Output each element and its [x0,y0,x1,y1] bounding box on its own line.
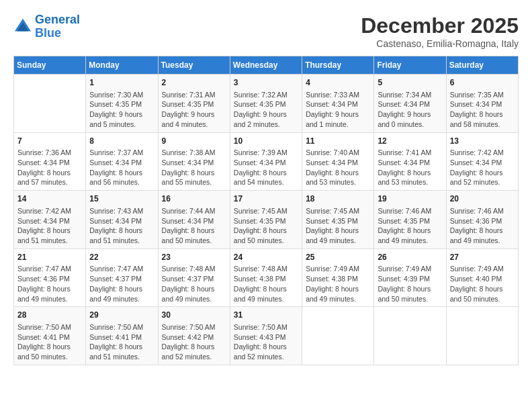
calendar-cell [446,307,518,365]
calendar-cell: 8 Sunrise: 7:37 AM Sunset: 4:34 PM Dayli… [86,132,158,191]
calendar-cell: 31 Sunrise: 7:50 AM Sunset: 4:43 PM Dayl… [230,307,302,365]
sunset-text: Sunset: 4:34 PM [234,158,286,167]
calendar-cell: 23 Sunrise: 7:48 AM Sunset: 4:37 PM Dayl… [158,248,230,307]
weekday-header: Tuesday [158,56,230,75]
sunrise-text: Sunrise: 7:44 AM [162,207,216,215]
sunset-text: Sunset: 4:34 PM [450,158,502,167]
sunrise-text: Sunrise: 7:50 AM [17,323,71,331]
logo-line1: General [35,13,80,26]
day-number: 28 [17,310,82,321]
sunset-text: Sunset: 4:34 PM [89,217,142,225]
day-number: 21 [17,252,82,263]
sunrise-text: Sunrise: 7:41 AM [378,148,431,156]
logo-icon [13,17,32,36]
day-number: 7 [17,136,82,147]
calendar-cell: 7 Sunrise: 7:36 AM Sunset: 4:34 PM Dayli… [14,132,86,191]
sunset-text: Sunset: 4:38 PM [306,275,358,283]
day-number: 16 [162,193,226,205]
calendar-week-row: 14 Sunrise: 7:42 AM Sunset: 4:34 PM Dayl… [14,191,519,249]
daylight-text: Daylight: 8 hours and 52 minutes. [234,342,287,361]
weekday-header: Wednesday [230,56,302,75]
weekday-header: Sunday [14,56,86,75]
day-number: 12 [378,136,442,147]
sunrise-text: Sunrise: 7:49 AM [306,265,359,273]
subtitle: Castenaso, Emilia-Romagna, Italy [361,38,519,49]
calendar-cell: 17 Sunrise: 7:45 AM Sunset: 4:35 PM Dayl… [230,191,302,249]
sunrise-text: Sunrise: 7:30 AM [89,91,143,99]
day-number: 5 [378,77,442,89]
day-number: 29 [89,310,154,321]
month-title: December 2025 [361,13,519,38]
calendar-cell: 19 Sunrise: 7:46 AM Sunset: 4:35 PM Dayl… [374,191,446,249]
sunrise-text: Sunrise: 7:32 AM [234,91,287,99]
day-number: 4 [306,77,370,89]
daylight-text: Daylight: 9 hours and 0 minutes. [378,110,431,128]
day-number: 8 [89,136,154,147]
sunrise-text: Sunrise: 7:46 AM [450,207,504,215]
weekday-header-row: SundayMondayTuesdayWednesdayThursdayFrid… [14,56,519,75]
sunset-text: Sunset: 4:42 PM [162,333,214,341]
logo: General Blue [13,13,80,40]
day-number: 17 [234,193,298,205]
calendar-week-row: 7 Sunrise: 7:36 AM Sunset: 4:34 PM Dayli… [14,132,519,191]
sunset-text: Sunset: 4:34 PM [162,217,214,225]
calendar-cell: 5 Sunrise: 7:34 AM Sunset: 4:34 PM Dayli… [374,75,446,133]
daylight-text: Daylight: 8 hours and 49 minutes. [234,285,287,303]
daylight-text: Daylight: 8 hours and 53 minutes. [306,169,359,187]
sunset-text: Sunset: 4:34 PM [89,158,142,167]
day-number: 10 [234,136,298,147]
calendar-cell: 2 Sunrise: 7:31 AM Sunset: 4:35 PM Dayli… [158,75,230,133]
day-number: 31 [234,310,298,321]
calendar-cell: 12 Sunrise: 7:41 AM Sunset: 4:34 PM Dayl… [374,132,446,191]
daylight-text: Daylight: 8 hours and 55 minutes. [162,169,215,187]
sunrise-text: Sunrise: 7:48 AM [234,265,287,273]
weekday-header: Monday [86,56,158,75]
calendar-cell: 30 Sunrise: 7:50 AM Sunset: 4:42 PM Dayl… [158,307,230,365]
title-block: December 2025 Castenaso, Emilia-Romagna,… [361,13,519,49]
sunset-text: Sunset: 4:34 PM [378,158,430,167]
sunset-text: Sunset: 4:35 PM [306,217,358,225]
calendar-cell: 6 Sunrise: 7:35 AM Sunset: 4:34 PM Dayli… [446,75,518,133]
day-number: 11 [306,136,370,147]
sunrise-text: Sunrise: 7:49 AM [450,265,504,273]
calendar-cell [374,307,446,365]
sunset-text: Sunset: 4:34 PM [450,100,502,108]
calendar-cell: 18 Sunrise: 7:45 AM Sunset: 4:35 PM Dayl… [302,191,374,249]
sunrise-text: Sunrise: 7:37 AM [89,148,143,156]
daylight-text: Daylight: 8 hours and 57 minutes. [17,169,71,187]
daylight-text: Daylight: 8 hours and 49 minutes. [306,285,359,303]
calendar-week-row: 28 Sunrise: 7:50 AM Sunset: 4:41 PM Dayl… [14,307,519,365]
sunset-text: Sunset: 4:41 PM [17,333,70,341]
calendar-cell: 1 Sunrise: 7:30 AM Sunset: 4:35 PM Dayli… [86,75,158,133]
sunset-text: Sunset: 4:37 PM [162,275,214,283]
daylight-text: Daylight: 8 hours and 50 minutes. [162,226,215,244]
sunset-text: Sunset: 4:35 PM [162,100,214,108]
day-number: 23 [162,252,226,263]
sunrise-text: Sunrise: 7:36 AM [17,148,71,156]
sunrise-text: Sunrise: 7:42 AM [450,148,504,156]
sunset-text: Sunset: 4:35 PM [234,100,286,108]
daylight-text: Daylight: 8 hours and 58 minutes. [450,110,503,128]
sunset-text: Sunset: 4:34 PM [306,158,358,167]
calendar-cell: 27 Sunrise: 7:49 AM Sunset: 4:40 PM Dayl… [446,248,518,307]
daylight-text: Daylight: 8 hours and 53 minutes. [378,169,431,187]
calendar-cell: 15 Sunrise: 7:43 AM Sunset: 4:34 PM Dayl… [86,191,158,249]
daylight-text: Daylight: 8 hours and 49 minutes. [162,285,215,303]
weekday-header: Friday [374,56,446,75]
day-number: 1 [89,77,154,89]
sunrise-text: Sunrise: 7:48 AM [162,265,216,273]
sunset-text: Sunset: 4:41 PM [89,333,142,341]
calendar-cell: 22 Sunrise: 7:47 AM Sunset: 4:37 PM Dayl… [86,248,158,307]
daylight-text: Daylight: 8 hours and 51 minutes. [17,226,71,244]
weekday-header: Thursday [302,56,374,75]
day-number: 18 [306,193,370,205]
daylight-text: Daylight: 8 hours and 49 minutes. [306,226,359,244]
day-number: 24 [234,252,298,263]
calendar-cell: 10 Sunrise: 7:39 AM Sunset: 4:34 PM Dayl… [230,132,302,191]
daylight-text: Daylight: 8 hours and 51 minutes. [89,226,142,244]
day-number: 26 [378,252,442,263]
sunrise-text: Sunrise: 7:50 AM [162,323,216,331]
sunset-text: Sunset: 4:38 PM [234,275,286,283]
calendar-cell: 14 Sunrise: 7:42 AM Sunset: 4:34 PM Dayl… [14,191,86,249]
sunrise-text: Sunrise: 7:50 AM [89,323,143,331]
